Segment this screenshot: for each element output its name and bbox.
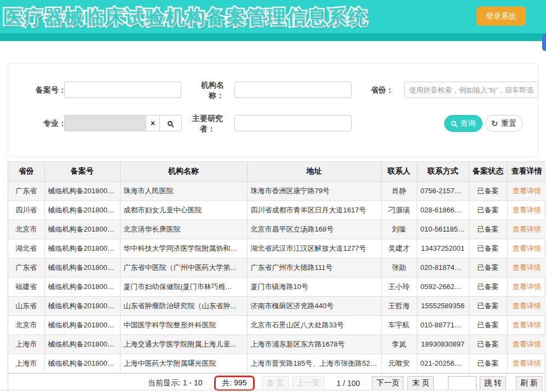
cell-detail: 查看详情 [507, 239, 546, 258]
column-header: 机构名称 [120, 162, 247, 181]
cell-filing-no: 械临机构备201800001 [44, 181, 120, 200]
table-row: 广东省械临机构备201800001珠海市人民医院珠海市香洲区康宁路79号肖静07… [8, 181, 546, 200]
cell-province: 四川省 [8, 200, 44, 220]
table-row: 福建省械临机构备201800006厦门市妇幼保健院(厦门市林巧稚...厦门市镇海… [8, 277, 546, 296]
cell-contact: 王小玲 [381, 277, 417, 296]
view-detail-link[interactable]: 查看详情 [513, 302, 541, 310]
cell-detail: 查看详情 [507, 181, 546, 200]
cell-phone: 0756-2157515 [417, 181, 469, 200]
cell-province: 上海市 [8, 354, 44, 373]
jump-page-input[interactable] [448, 376, 476, 390]
cell-detail: 查看详情 [507, 277, 546, 296]
cell-filing-no: 械临机构备201800005 [44, 258, 120, 277]
header-band [0, 33, 546, 41]
column-header: 地址 [247, 162, 381, 181]
total-count-annotation: 共: 995 [214, 376, 254, 391]
column-header: 备案号 [44, 162, 120, 181]
cell-phone: 028-61866124 [417, 200, 469, 220]
cell-detail: 查看详情 [507, 335, 546, 354]
clear-icon[interactable]: × [146, 115, 160, 131]
cell-org-name: 厦门市妇幼保健院(厦门市林巧稚... [120, 277, 247, 296]
org-name-label: 机构名称： [191, 80, 224, 101]
refresh-icon: ↻ [491, 119, 498, 129]
column-header: 备案状态 [469, 162, 507, 181]
cell-contact: 吴建才 [381, 239, 417, 258]
cell-province: 北京市 [8, 315, 44, 335]
cell-phone: 18930830897 [417, 335, 469, 354]
column-header: 查看详情 [507, 162, 546, 181]
pagination-bar: 当前显示: 1 - 10 共: 995 首 页 上一页 1 / 100 下一页 … [8, 373, 545, 392]
login-button[interactable]: 登录系统 [476, 7, 526, 26]
specialty-search-button[interactable] [159, 115, 182, 131]
view-detail-link[interactable]: 查看详情 [513, 206, 541, 214]
cell-address: 北京市石景山区八大处路33号 [247, 315, 381, 335]
query-button[interactable]: 查询 [444, 115, 482, 132]
next-page-button[interactable]: 下一页 [372, 376, 404, 390]
specialty-input[interactable] [64, 115, 146, 131]
cell-status: 已备案 [469, 220, 507, 239]
header-bar: 医疗器械临床试验机构备案管理信息系统 登录系统 [0, 0, 546, 33]
results-table: 省份备案号机构名称地址联系人联系方式备案状态查看详情 广东省械临机构备20180… [8, 162, 545, 392]
cell-phone: 020-81874903 [417, 258, 469, 277]
side-widget-tab[interactable] [542, 34, 546, 51]
cell-org-name: 华中科技大学同济医学院附属协和医院 [120, 239, 247, 258]
reset-button[interactable]: ↻重置 [485, 115, 522, 132]
column-header: 省份 [8, 162, 44, 181]
view-detail-link[interactable]: 查看详情 [513, 340, 541, 348]
search-icon [168, 121, 173, 126]
cell-contact: 刘璇 [381, 220, 417, 239]
cell-status: 已备案 [469, 258, 507, 277]
prev-page-button[interactable]: 上一页 [292, 376, 324, 390]
cell-status: 已备案 [469, 315, 507, 335]
cell-phone: 0592-2662919 [417, 277, 469, 296]
cell-phone: 021-20256051 [417, 354, 469, 373]
cell-status: 已备案 [469, 296, 507, 315]
column-header: 联系方式 [417, 162, 469, 181]
refresh-button[interactable]: 刷 新 [516, 376, 542, 390]
cell-status: 已备案 [469, 277, 507, 296]
province-input[interactable] [404, 82, 538, 98]
view-detail-link[interactable]: 查看详情 [513, 321, 541, 329]
view-detail-link[interactable]: 查看详情 [513, 187, 541, 195]
table-row: 湖北省械临机构备201800004华中科技大学同济医学院附属协和医院湖北省武汉市… [8, 239, 546, 258]
cell-org-name: 珠海市人民医院 [120, 181, 247, 200]
search-icon [451, 121, 456, 126]
view-detail-link[interactable]: 查看详情 [513, 263, 541, 272]
jump-button[interactable]: 跳 转 [480, 376, 506, 390]
table-row: 上海市械临机构备201800010上海中医药大学附属曙光医院上海市普安路185号… [8, 354, 546, 373]
last-page-button[interactable]: 末 页 [407, 376, 434, 390]
cell-province: 广东省 [8, 258, 44, 277]
cell-province: 上海市 [8, 335, 44, 354]
view-detail-link[interactable]: 查看详情 [513, 283, 541, 291]
cell-contact: 王哲海 [381, 296, 417, 315]
cell-detail: 查看详情 [507, 296, 546, 315]
filing-no-input[interactable] [64, 82, 181, 98]
cell-filing-no: 械临机构备201800002 [44, 200, 120, 220]
cell-phone: 15552589356 [417, 296, 469, 315]
cell-status: 已备案 [469, 181, 507, 200]
org-name-input[interactable] [234, 82, 352, 98]
table-row: 广东省械临机构备201800005广东省中医院（广州中医药大学第...广东省广州… [8, 258, 546, 277]
first-page-button[interactable]: 首 页 [262, 376, 289, 390]
cell-org-name: 成都市妇女儿童中心医院 [120, 200, 247, 220]
cell-address: 厦门市镇海路10号 [247, 277, 381, 296]
view-detail-link[interactable]: 查看详情 [513, 244, 541, 252]
table-row: 北京市械临机构备201800008中国医学科学院整形外科医院北京市石景山区八大处… [8, 315, 546, 335]
cell-address: 济南市槐荫区济兖路440号 [247, 296, 381, 315]
filing-no-label: 备案号： [18, 85, 66, 95]
cell-contact: 车宇航 [381, 315, 417, 335]
cell-filing-no: 械临机构备201800007 [44, 296, 120, 315]
cell-contact: 刁灏瑒 [381, 200, 417, 220]
cell-detail: 查看详情 [507, 258, 546, 277]
view-detail-link[interactable]: 查看详情 [513, 359, 541, 367]
cell-status: 已备案 [469, 200, 507, 220]
cell-org-name: 上海中医药大学附属曙光医院 [120, 354, 247, 373]
cell-filing-no: 械临机构备201800006 [44, 277, 120, 296]
cell-org-name: 广东省中医院（广州中医药大学第... [120, 258, 247, 277]
search-panel: 备案号： 机构名称： 省份： 专业： × 主要研究者： 查询 ↻重置 [8, 63, 538, 157]
cell-address: 珠海市香洲区康宁路79号 [247, 181, 381, 200]
table-row: 四川省械临机构备201800002成都市妇女儿童中心医院四川省成都市青羊区日月大… [8, 200, 546, 220]
pi-input[interactable] [234, 115, 352, 131]
view-detail-link[interactable]: 查看详情 [513, 225, 541, 233]
cell-address: 广东省广州市大德路111号 [247, 258, 381, 277]
